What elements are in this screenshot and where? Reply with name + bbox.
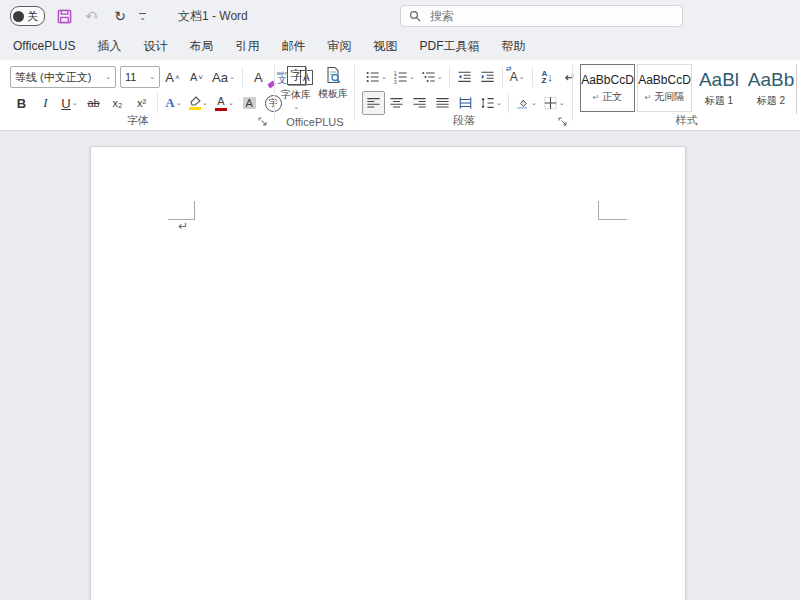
- ribbon-tab-row: OfficePLUS 插入 设计 布局 引用 邮件 审阅 视图 PDF工具箱 帮…: [0, 32, 800, 60]
- shading-button[interactable]: ⌄: [512, 91, 540, 115]
- tab-layout[interactable]: 布局: [178, 32, 224, 60]
- text-effects-button[interactable]: A⌄: [162, 91, 185, 115]
- chevron-down-icon: ⌄: [72, 99, 78, 107]
- numbering-button[interactable]: 123 ⌄: [390, 65, 418, 89]
- font-color-button[interactable]: A ⌄: [212, 91, 237, 115]
- font-name-combo[interactable]: 等线 (中文正文)⌄: [10, 66, 116, 88]
- paragraph-dialog-launcher[interactable]: [558, 117, 567, 126]
- font-library-icon: 字: [287, 66, 306, 85]
- group-divider: [354, 65, 355, 121]
- change-case-button[interactable]: Aa⌄: [209, 65, 238, 89]
- chevron-down-icon: ⌄: [105, 73, 111, 81]
- redo-icon: ↻: [114, 8, 126, 24]
- outdent-icon: [457, 70, 472, 84]
- template-library-button[interactable]: 模板库: [315, 60, 351, 111]
- tab-review[interactable]: 审阅: [316, 32, 362, 60]
- distribute-button[interactable]: [454, 91, 477, 115]
- increase-indent-button[interactable]: [476, 65, 499, 89]
- align-right-button[interactable]: [408, 91, 431, 115]
- shrink-font-button[interactable]: A˅: [185, 65, 208, 89]
- style-card-no-spacing[interactable]: AaBbCcD ↵ 无间隔: [637, 64, 692, 112]
- bullets-button[interactable]: ⌄: [362, 65, 390, 89]
- search-box[interactable]: [400, 5, 683, 27]
- superscript-button[interactable]: x²: [130, 91, 153, 115]
- tab-design[interactable]: 设计: [132, 32, 178, 60]
- paragraph-mark-icon: ↵: [645, 93, 652, 102]
- tab-pdf-tools[interactable]: PDF工具箱: [408, 32, 490, 60]
- distribute-icon: [458, 96, 473, 110]
- paragraph-group-label: 段落: [358, 113, 570, 128]
- font-dialog-launcher[interactable]: [258, 117, 267, 126]
- caret-down-icon: ˅: [198, 73, 203, 82]
- line-spacing-icon: [480, 96, 495, 110]
- redo-button[interactable]: ↻: [111, 7, 129, 25]
- quick-access-toolbar: 关 ↶⌄ ↻ ⌄: [10, 6, 146, 26]
- style-card-heading1[interactable]: AaBl 标题 1: [694, 64, 744, 112]
- svg-text:3: 3: [394, 80, 397, 84]
- chevron-down-icon: ⌄: [149, 73, 155, 81]
- subscript-button[interactable]: x₂: [106, 91, 129, 115]
- indent-icon: [480, 70, 495, 84]
- grow-font-button[interactable]: A˄: [161, 65, 184, 89]
- font-library-button[interactable]: 字 字体库 ⌄: [278, 60, 314, 111]
- officeplus-group-label: OfficePLUS: [278, 116, 352, 128]
- styles-group: AaBbCcD ↵ 正文 AaBbCcD ↵ 无间隔 AaBl 标题 1 AaB…: [576, 60, 797, 130]
- tab-insert[interactable]: 插入: [86, 32, 132, 60]
- save-button[interactable]: [55, 7, 73, 25]
- justify-button[interactable]: [431, 91, 454, 115]
- align-left-button[interactable]: [362, 91, 385, 115]
- asian-layout-button[interactable]: A ⇄ ⌄: [506, 65, 529, 89]
- autosave-toggle[interactable]: 关: [10, 6, 45, 26]
- caret-up-icon: ˄: [175, 73, 180, 82]
- font-group: 等线 (中文正文)⌄ 11⌄ A˄ A˅ Aa⌄ A wén 文: [6, 60, 270, 130]
- paragraph-mark: ↵: [178, 219, 188, 233]
- tab-mailings[interactable]: 邮件: [270, 32, 316, 60]
- document-page[interactable]: ↵: [90, 146, 686, 600]
- italic-button[interactable]: I: [34, 91, 57, 115]
- group-divider: [274, 65, 275, 121]
- tab-view[interactable]: 视图: [362, 32, 408, 60]
- justify-icon: [435, 96, 450, 110]
- clear-formatting-button[interactable]: A: [247, 65, 270, 89]
- chevron-down-icon: ⌄: [519, 73, 525, 81]
- style-card-normal[interactable]: AaBbCcD ↵ 正文: [580, 64, 635, 112]
- align-right-icon: [412, 96, 427, 110]
- numbered-list-icon: 123: [393, 70, 408, 84]
- chevron-down-icon: ⌄: [229, 73, 235, 81]
- toggle-knob-icon: [13, 11, 24, 22]
- multilevel-list-icon: [421, 70, 436, 84]
- line-spacing-button[interactable]: ⌄: [477, 91, 505, 115]
- divider: [449, 67, 450, 87]
- group-divider: [572, 65, 573, 121]
- tab-officeplus[interactable]: OfficePLUS: [2, 32, 86, 60]
- align-center-button[interactable]: [385, 91, 408, 115]
- dialog-launcher-icon: [258, 117, 267, 126]
- paragraph-group: ⌄ 123 ⌄ ⌄: [358, 60, 570, 130]
- chevron-down-icon: ⌄: [294, 103, 300, 111]
- style-card-heading2[interactable]: AaBb 标题 2: [746, 64, 796, 112]
- tab-references[interactable]: 引用: [224, 32, 270, 60]
- dialog-launcher-icon: [558, 117, 567, 126]
- character-shading-button[interactable]: A: [238, 91, 261, 115]
- borders-button[interactable]: ⌄: [540, 91, 568, 115]
- strikethrough-button[interactable]: ab: [82, 91, 105, 115]
- document-canvas[interactable]: ↵: [0, 132, 800, 600]
- autosave-state-label: 关: [27, 9, 38, 24]
- bullet-list-icon: [365, 70, 380, 84]
- undo-button[interactable]: ↶⌄: [83, 7, 101, 25]
- font-size-combo[interactable]: 11⌄: [120, 66, 160, 88]
- ribbon: 等线 (中文正文)⌄ 11⌄ A˄ A˅ Aa⌄ A wén 文: [0, 60, 800, 131]
- decrease-indent-button[interactable]: [453, 65, 476, 89]
- template-library-icon: [324, 66, 342, 84]
- customize-qat-button[interactable]: ⌄: [139, 13, 146, 20]
- highlighter-icon: [189, 96, 201, 110]
- tab-help[interactable]: 帮助: [490, 32, 536, 60]
- sort-button[interactable]: AZ ↓: [536, 65, 559, 89]
- highlight-color-button[interactable]: ⌄: [186, 91, 211, 115]
- search-input[interactable]: [428, 8, 652, 24]
- multilevel-list-button[interactable]: ⌄: [418, 65, 446, 89]
- margin-crop-mark-left-icon: [168, 201, 195, 220]
- gallery-divider: [796, 64, 797, 114]
- underline-button[interactable]: U⌄: [58, 91, 81, 115]
- bold-button[interactable]: B: [10, 91, 33, 115]
